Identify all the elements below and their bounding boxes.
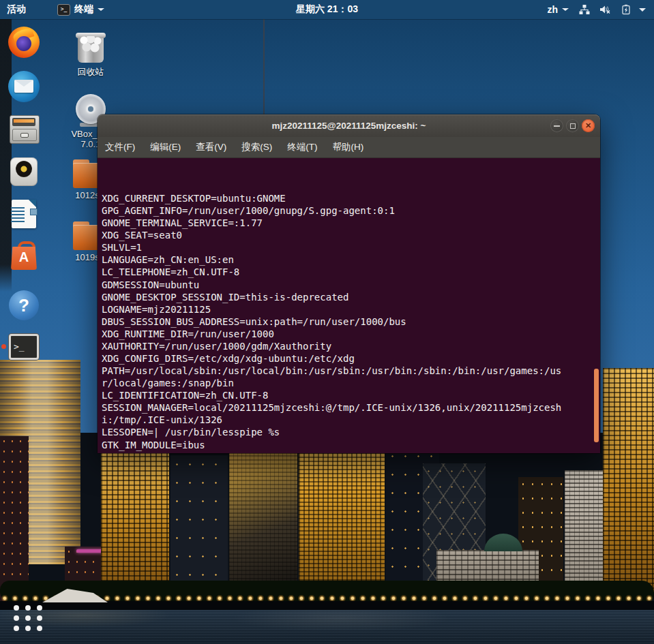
minimize-icon xyxy=(554,125,560,127)
terminal-line: XDG_SEAT=seat0 xyxy=(102,229,561,241)
menu-item[interactable]: 文件(F) xyxy=(98,137,143,157)
desktop: 活动 >_ 终端 星期六 21：03 zh xyxy=(0,0,654,644)
system-tray[interactable]: zh xyxy=(541,0,653,19)
menu-item[interactable]: 帮助(H) xyxy=(325,137,372,157)
input-method-button[interactable]: zh xyxy=(541,0,574,19)
app-menu-button[interactable]: >_ 终端 xyxy=(50,0,111,19)
terminal-line: XDG_CONFIG_DIRS=/etc/xdg/xdg-ubuntu:/etc… xyxy=(102,352,561,365)
terminal-output: XDG_CURRENT_DESKTOP=ubuntu:GNOMEGPG_AGEN… xyxy=(102,159,561,453)
terminal-line: LOGNAME=mjz20211125 xyxy=(102,303,561,316)
rhythmbox-icon xyxy=(8,155,40,188)
terminal-line: DBUS_SESSION_BUS_ADDRESS=unix:path=/run/… xyxy=(102,316,561,328)
menu-item[interactable]: 查看(V) xyxy=(188,137,234,157)
chevron-down-icon xyxy=(562,8,569,11)
desktop-icon-trash[interactable]: 回收站 xyxy=(63,29,118,78)
terminal-line: LC_IDENTIFICATION=zh_CN.UTF-8 xyxy=(102,389,561,401)
activities-button[interactable]: 活动 xyxy=(0,0,33,19)
terminal-line: SESSION_MANAGER=local/20211125mjzceshi:@… xyxy=(102,401,561,414)
top-bar: 活动 >_ 终端 星期六 21：03 zh xyxy=(0,0,654,19)
dock-item-file-cabinet[interactable] xyxy=(8,112,40,145)
terminal-line: SHLVL=1 xyxy=(102,241,561,254)
volume-muted-icon xyxy=(595,4,616,15)
terminal-line: r/local/games:/snap/bin xyxy=(102,377,561,389)
dock-item-thunderbird[interactable] xyxy=(8,70,40,103)
terminal-line: i:/tmp/.ICE-unix/1326 xyxy=(102,414,561,426)
dock-item-firefox[interactable] xyxy=(8,26,40,59)
terminal-line: GPG_AGENT_INFO=/run/user/1000/gnupg/S.gp… xyxy=(102,204,561,217)
antenna-spire xyxy=(263,5,265,116)
terminal-app-icon: >_ xyxy=(57,4,70,16)
app-menu-label: 终端 xyxy=(74,3,93,16)
battery-charging-icon xyxy=(616,4,636,15)
input-method-label: zh xyxy=(547,4,558,15)
system-menu-button[interactable] xyxy=(636,0,653,19)
chevron-down-icon xyxy=(98,8,104,11)
terminal-line: XDG_CURRENT_DESKTOP=ubuntu:GNOME xyxy=(102,192,561,204)
libreoffice-writer-icon xyxy=(8,198,40,230)
show-applications-button[interactable] xyxy=(11,602,45,634)
ubuntu-software-icon: A xyxy=(8,240,40,273)
dock-item-libreoffice-writer[interactable] xyxy=(8,198,40,230)
help-icon: ? xyxy=(8,289,40,322)
terminal-screen[interactable]: XDG_CURRENT_DESKTOP=ubuntu:GNOMEGPG_AGEN… xyxy=(98,158,600,453)
menu-item[interactable]: 搜索(S) xyxy=(234,137,280,157)
terminal-line: GDMSESSION=ubuntu xyxy=(102,279,561,291)
scrollbar-thumb[interactable] xyxy=(594,369,599,442)
chevron-down-icon xyxy=(639,8,646,12)
clock-label: 星期六 21：03 xyxy=(296,3,358,16)
terminal-line: PATH=/usr/local/sbin:/usr/local/bin:/usr… xyxy=(102,365,561,377)
menu-item[interactable]: 终端(T) xyxy=(280,137,325,157)
file-cabinet-icon xyxy=(8,112,40,145)
dock-item-ubuntu-software[interactable]: A xyxy=(8,240,40,273)
close-icon: ✕ xyxy=(582,119,595,132)
terminal-window: mjz20211125@20211125mjzceshi: ~ ✕ 文件(F)编… xyxy=(98,114,600,453)
activities-label: 活动 xyxy=(7,3,26,16)
terminal-line: XDG_RUNTIME_DIR=/run/user/1000 xyxy=(102,328,561,340)
running-indicator-dot xyxy=(1,344,6,349)
clock-button[interactable]: 星期六 21：03 xyxy=(289,0,365,19)
terminal-line: LANGUAGE=zh_CN:en_US:en xyxy=(102,254,561,266)
window-title: mjz20211125@20211125mjzceshi: ~ xyxy=(272,121,426,131)
maximize-icon xyxy=(570,123,576,129)
menu-bar: 文件(F)编辑(E)查看(V)搜索(S)终端(T)帮助(H) xyxy=(98,137,600,158)
terminal-icon: >_ xyxy=(8,331,40,364)
trash-icon xyxy=(75,29,106,64)
terminal-line: XAUTHORITY=/run/user/1000/gdm/Xauthority xyxy=(102,340,561,352)
firefox-icon xyxy=(8,26,40,59)
maximize-button[interactable] xyxy=(566,119,579,132)
terminal-prompt: mjz20211125@20211125mjzceshi:~$ xyxy=(102,443,336,453)
trash-label: 回收站 xyxy=(63,66,118,78)
terminal-line: LC_TELEPHONE=zh_CN.UTF-8 xyxy=(102,266,561,278)
terminal-line: LESSOPEN=| /usr/bin/lesspipe %s xyxy=(102,426,561,438)
thunderbird-icon xyxy=(8,70,40,103)
minimize-button[interactable] xyxy=(550,119,563,132)
window-titlebar[interactable]: mjz20211125@20211125mjzceshi: ~ ✕ xyxy=(98,114,600,137)
close-button[interactable]: ✕ xyxy=(582,119,595,132)
dock-item-terminal[interactable]: >_ xyxy=(8,331,40,364)
terminal-line: GNOME_TERMINAL_SERVICE=:1.77 xyxy=(102,217,561,229)
network-wired-icon xyxy=(574,4,595,15)
terminal-line: GNOME_DESKTOP_SESSION_ID=this-is-depreca… xyxy=(102,291,561,303)
dock-item-rhythmbox[interactable] xyxy=(8,155,40,188)
menu-item[interactable]: 编辑(E) xyxy=(143,137,188,157)
dock-item-help[interactable]: ? xyxy=(8,289,40,322)
